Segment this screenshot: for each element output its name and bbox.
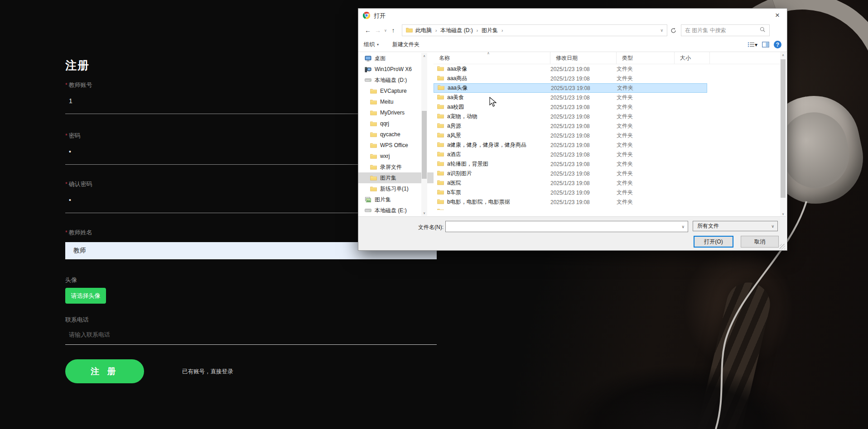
chevron-right-icon[interactable]: › <box>474 28 481 33</box>
breadcrumb-item[interactable]: 图片集 <box>481 27 499 33</box>
file-row[interactable]: aaa录像2025/1/23 19:08文件夹 <box>434 64 707 74</box>
file-date: 2025/1/23 19:08 <box>550 104 617 110</box>
back-icon[interactable]: ← <box>363 25 373 35</box>
chevron-right-icon[interactable]: › <box>433 28 439 33</box>
sidebar-scrollbar[interactable]: ∧ ∨ <box>421 53 427 216</box>
disk-icon <box>364 208 372 213</box>
password-value[interactable]: • <box>69 148 71 155</box>
file-name-label: aaa头像 <box>448 84 468 92</box>
open-button[interactable]: 打开(O) <box>694 236 733 248</box>
search-input[interactable]: 在 图片集 中搜索 <box>681 24 770 36</box>
view-mode-icon[interactable]: ▾ <box>747 42 757 48</box>
file-row[interactable]: b电影，电影院，电影票据2025/1/23 19:08文件夹 <box>434 197 707 207</box>
file-type: 文件夹 <box>617 132 675 139</box>
folder-icon <box>438 85 444 91</box>
page-title: 注册 <box>65 58 90 73</box>
scrollbar-thumb[interactable] <box>422 111 427 179</box>
file-type: 文件夹 <box>617 65 675 73</box>
file-name-label: a房源 <box>447 122 461 130</box>
file-name-label: aaa录像 <box>447 65 467 73</box>
file-date: 2025/1/23 19:08 <box>551 85 617 91</box>
filelist-scrollbar[interactable]: ∧ ∨ <box>780 52 786 217</box>
history-dropdown-icon[interactable]: ∨ <box>383 29 388 33</box>
address-dropdown-icon[interactable]: ∨ <box>658 28 665 33</box>
column-header-type[interactable]: 类型 <box>617 52 675 64</box>
file-type: 文件夹 <box>617 179 675 187</box>
sidebar-item-label: wxrj <box>380 153 390 159</box>
file-row[interactable]: a房源2025/1/23 19:08文件夹 <box>434 121 707 131</box>
folder-icon <box>437 94 444 101</box>
file-row[interactable]: a酒店2025/1/23 19:08文件夹 <box>434 150 707 159</box>
folder-icon <box>369 110 377 115</box>
folder-icon <box>369 132 377 137</box>
filename-input[interactable]: ∨ <box>445 221 688 232</box>
new-folder-button[interactable]: 新建文件夹 <box>392 41 420 48</box>
file-row[interactable]: aaa商品2025/1/23 19:08文件夹 <box>434 74 707 83</box>
file-row[interactable]: aa校园2025/1/23 19:08文件夹 <box>434 102 707 112</box>
address-bar[interactable]: 此电脑›本地磁盘 (D:)›图片集› ∨ <box>402 24 667 36</box>
file-row[interactable]: aaa头像2025/1/23 19:08文件夹 <box>434 83 707 93</box>
file-name-label: a健康，健身，健身课，健身商品 <box>447 141 526 149</box>
scroll-up-icon[interactable]: ∧ <box>421 53 427 59</box>
chrome-icon <box>363 12 370 20</box>
scroll-up-icon[interactable]: ∧ <box>780 52 786 58</box>
account-value[interactable]: 1 <box>69 97 72 105</box>
choose-avatar-button[interactable]: 请选择头像 <box>65 288 106 304</box>
scroll-down-icon[interactable]: ∨ <box>421 210 427 216</box>
preview-pane-icon[interactable] <box>762 42 769 48</box>
scrollbar-thumb[interactable] <box>781 59 786 198</box>
breadcrumb-item[interactable]: 本地磁盘 (D:) <box>439 27 473 33</box>
file-row[interactable]: a识别图片2025/1/23 19:08文件夹 <box>434 169 707 178</box>
file-row[interactable]: a医院2025/1/23 19:08文件夹 <box>434 178 707 188</box>
confirm-password-value[interactable]: • <box>69 196 71 204</box>
file-row[interactable]: a轮播图，背景图2025/1/23 19:08文件夹 <box>434 159 707 169</box>
up-icon[interactable]: ↑ <box>388 25 398 35</box>
dialog-titlebar[interactable]: 打开 × <box>358 9 787 23</box>
file-name-label: b车票 <box>447 189 461 196</box>
folder-icon <box>437 66 444 72</box>
breadcrumb-item[interactable]: 此电脑 <box>415 27 433 33</box>
login-link[interactable]: 已有账号，直接登录 <box>182 368 233 376</box>
piclib-icon <box>364 197 372 203</box>
file-row[interactable] <box>434 207 707 210</box>
resize-grip-icon[interactable] <box>780 244 785 249</box>
organize-button[interactable]: 组织 ▾ <box>364 41 379 48</box>
filetype-select[interactable]: 所有文件 ∨ <box>693 221 778 231</box>
column-header-date[interactable]: 修改日期 <box>550 52 617 64</box>
folder-icon <box>369 143 377 148</box>
close-icon[interactable]: × <box>770 10 785 21</box>
file-name: a房源 <box>434 122 550 130</box>
file-type: 文件夹 <box>617 170 675 177</box>
dialog-toolbar: 组织 ▾ 新建文件夹 ▾ ? <box>358 38 787 52</box>
dialog-navbar: ← → ∨ ↑ 此电脑›本地磁盘 (D:)›图片集› ∨ 在 图片集 中搜索 <box>358 23 787 38</box>
sidebar-item-label: Meitu <box>380 99 393 105</box>
column-header-size[interactable]: 大小 <box>675 52 710 64</box>
help-icon[interactable]: ? <box>774 41 781 48</box>
refresh-icon[interactable] <box>668 25 678 35</box>
dialog-title: 打开 <box>374 12 386 20</box>
file-row[interactable]: b车票2025/1/23 19:09文件夹 <box>434 188 707 197</box>
sidebar-item-label: 图片集 <box>380 174 396 182</box>
phone-input[interactable] <box>65 329 444 344</box>
nav-sidebar: 桌面Win10ProW X6本地磁盘 (D:)EVCaptureMeituMyD… <box>358 52 434 217</box>
chevron-right-icon[interactable]: › <box>499 28 506 33</box>
column-header-name[interactable]: 名称 <box>434 52 550 64</box>
folder-icon <box>369 175 377 181</box>
forward-icon[interactable]: → <box>373 25 383 35</box>
file-date: 2025/1/23 19:08 <box>550 142 617 148</box>
phone-field <box>65 329 437 345</box>
file-name: a酒店 <box>434 151 550 158</box>
file-type: 文件夹 <box>617 122 675 130</box>
folder-icon <box>437 75 444 82</box>
sidebar-item-label: 桌面 <box>375 55 386 62</box>
file-row[interactable]: a宠物，动物2025/1/23 19:08文件夹 <box>434 112 707 121</box>
file-name-label: aaa商品 <box>447 75 467 82</box>
file-row[interactable]: a风景2025/1/23 19:08文件夹 <box>434 131 707 140</box>
file-name-label: aa校园 <box>447 103 464 111</box>
register-button[interactable]: 注 册 <box>65 359 144 383</box>
file-row[interactable]: aa美食2025/1/23 19:08文件夹 <box>434 93 707 102</box>
folder-icon <box>369 99 377 105</box>
file-row[interactable]: a健康，健身，健身课，健身商品2025/1/23 19:08文件夹 <box>434 140 707 150</box>
cancel-button[interactable]: 取消 <box>741 236 779 248</box>
sidebar-item-label: qycache <box>380 131 400 138</box>
